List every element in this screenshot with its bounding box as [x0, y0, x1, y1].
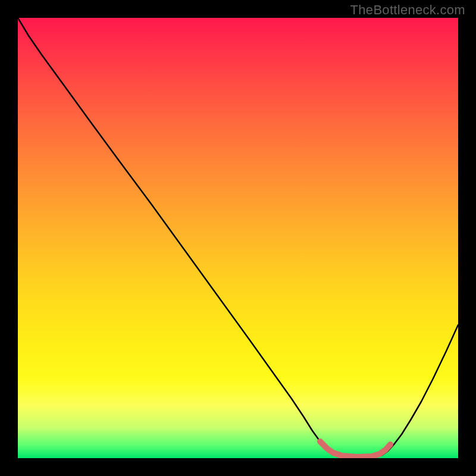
bottleneck-curve	[18, 18, 458, 458]
optimal-range-highlight	[320, 441, 390, 457]
plot-area	[18, 18, 458, 458]
chart-svg	[18, 18, 458, 458]
watermark-text: TheBottleneck.com	[350, 2, 465, 18]
chart-frame: TheBottleneck.com	[0, 0, 476, 476]
